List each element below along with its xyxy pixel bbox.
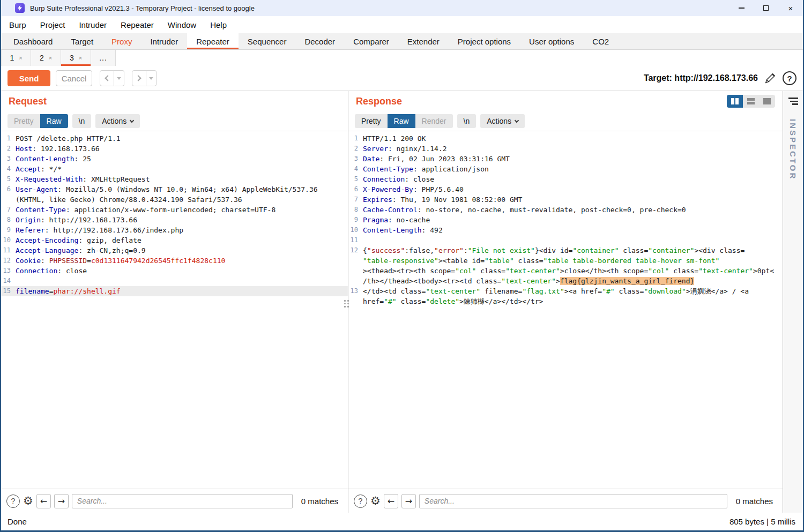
repeater-tab-2[interactable]: 2× bbox=[31, 50, 61, 66]
tab-project-options[interactable]: Project options bbox=[449, 33, 520, 49]
tab-decoder[interactable]: Decoder bbox=[295, 33, 344, 49]
code-line: 6User-Agent: Mozilla/5.0 (Windows NT 10.… bbox=[1, 184, 348, 194]
search-prev-button[interactable]: ← bbox=[36, 494, 51, 508]
status-bar: Done 805 bytes | 5 millis bbox=[1, 513, 803, 530]
line-content: Accept-Encoding: gzip, deflate bbox=[16, 235, 348, 245]
tab-comparer[interactable]: Comparer bbox=[344, 33, 398, 49]
request-newline-toggle[interactable]: \n bbox=[72, 114, 92, 128]
menu-intruder[interactable]: Intruder bbox=[72, 20, 114, 29]
repeater-tab-1[interactable]: 1× bbox=[1, 50, 31, 66]
repeater-content: Request Pretty Raw \n Actions 1POST /del… bbox=[1, 91, 803, 513]
search-settings-icon[interactable]: ⚙ bbox=[370, 496, 381, 507]
search-help-icon[interactable]: ? bbox=[6, 494, 20, 508]
prev-request-dropdown[interactable] bbox=[114, 70, 124, 86]
close-tab-icon[interactable]: × bbox=[19, 55, 22, 61]
close-button[interactable]: × bbox=[778, 0, 803, 16]
code-line: 11Accept-Language: zh-CN,zh;q=0.9 bbox=[1, 245, 348, 256]
response-render-tab[interactable]: Render bbox=[415, 114, 453, 128]
code-line: 9Referer: http://192.168.173.66/index.ph… bbox=[1, 225, 348, 235]
panel-splitter-handle[interactable] bbox=[344, 300, 349, 308]
line-number: 13 bbox=[1, 266, 16, 276]
tab-dashboard[interactable]: Dashboard bbox=[4, 33, 62, 49]
tab-sequencer[interactable]: Sequencer bbox=[239, 33, 296, 49]
repeater-tab-3[interactable]: 3× bbox=[61, 50, 91, 66]
prev-request-button[interactable] bbox=[100, 70, 124, 86]
line-content: href="#" class="delete">鍊犻櫞</a></td></tr… bbox=[363, 296, 783, 306]
maximize-button[interactable] bbox=[754, 0, 778, 16]
request-pretty-tab[interactable]: Pretty bbox=[8, 114, 40, 128]
menu-repeater[interactable]: Repeater bbox=[114, 20, 161, 29]
cancel-button[interactable]: Cancel bbox=[56, 70, 92, 86]
request-raw-tab[interactable]: Raw bbox=[40, 114, 68, 128]
response-editor[interactable]: 1HTTP/1.1 200 OK2Server: nginx/1.14.23Da… bbox=[348, 131, 783, 489]
menu-project[interactable]: Project bbox=[33, 20, 72, 29]
line-number: 13 bbox=[348, 286, 363, 296]
response-newline-toggle[interactable]: \n bbox=[457, 114, 477, 128]
line-number: 2 bbox=[1, 144, 16, 154]
code-line: 3Content-Length: 25 bbox=[1, 154, 348, 164]
request-header: Request bbox=[1, 91, 348, 111]
line-content: </td><td class="text-center" filename="f… bbox=[363, 286, 783, 296]
line-content: ><thead><tr><th scope="col" class="text-… bbox=[363, 266, 783, 276]
code-line: "table-responsive"><table id="table" cla… bbox=[348, 256, 783, 266]
menu-help[interactable]: Help bbox=[203, 20, 234, 29]
line-content: "table-responsive"><table id="table" cla… bbox=[363, 256, 783, 266]
request-editor[interactable]: 1POST /delete.php HTTP/1.12Host: 192.168… bbox=[1, 131, 348, 489]
response-search-input[interactable] bbox=[419, 494, 727, 508]
search-next-button[interactable]: → bbox=[54, 494, 69, 508]
line-content: Content-Type: application/x-www-form-url… bbox=[16, 205, 348, 215]
tab-proxy[interactable]: Proxy bbox=[102, 33, 141, 49]
tab-extender[interactable]: Extender bbox=[398, 33, 449, 49]
inspector-sidebar[interactable]: INSPECTOR bbox=[783, 91, 803, 513]
search-settings-icon[interactable]: ⚙ bbox=[23, 496, 33, 507]
code-line: /th></thead><tbody><tr><td class="text-c… bbox=[348, 276, 783, 286]
help-icon[interactable]: ? bbox=[783, 71, 796, 85]
search-next-button[interactable]: → bbox=[401, 494, 416, 508]
line-number bbox=[348, 266, 363, 276]
next-request-dropdown[interactable] bbox=[146, 70, 157, 86]
tab-repeater[interactable]: Repeater bbox=[187, 33, 239, 49]
burp-window: Burp Suite Professional v2021.3 - Tempor… bbox=[0, 0, 804, 532]
code-line: 11 bbox=[348, 235, 783, 245]
repeater-tab-label: 2 bbox=[40, 54, 44, 62]
next-request-button[interactable] bbox=[132, 70, 157, 86]
minimize-button[interactable] bbox=[729, 0, 754, 16]
line-number: 6 bbox=[348, 184, 363, 194]
close-tab-icon[interactable]: × bbox=[79, 55, 82, 61]
response-actions-button[interactable]: Actions bbox=[480, 114, 525, 128]
request-search-input[interactable] bbox=[72, 494, 293, 508]
tab-target[interactable]: Target bbox=[62, 33, 102, 49]
code-line: href="#" class="delete">鍊犻櫞</a></td></tr… bbox=[348, 296, 783, 306]
menu-burp[interactable]: Burp bbox=[2, 20, 33, 29]
close-tab-icon[interactable]: × bbox=[49, 55, 52, 61]
line-content: Origin: http://192.168.173.66 bbox=[16, 215, 348, 225]
line-content: Date: Fri, 02 Jun 2023 03:31:16 GMT bbox=[363, 154, 783, 164]
send-button[interactable]: Send bbox=[8, 70, 50, 86]
search-help-icon[interactable]: ? bbox=[354, 494, 367, 508]
edit-pencil-icon[interactable] bbox=[764, 72, 776, 84]
tab-intruder[interactable]: Intruder bbox=[141, 33, 187, 49]
code-line: 4Content-Type: application/json bbox=[348, 164, 783, 174]
lightning-icon bbox=[17, 5, 23, 11]
repeater-tab-more[interactable]: ... bbox=[91, 50, 116, 66]
tab-user-options[interactable]: User options bbox=[520, 33, 583, 49]
search-prev-button[interactable]: ← bbox=[384, 494, 398, 508]
response-pretty-tab[interactable]: Pretty bbox=[355, 114, 388, 128]
layout-rows-button[interactable] bbox=[743, 95, 759, 108]
line-number: 1 bbox=[1, 133, 16, 144]
line-number: 10 bbox=[348, 225, 363, 235]
line-content: Content-Type: application/json bbox=[363, 164, 783, 174]
line-number: 9 bbox=[1, 225, 16, 235]
window-controls: × bbox=[729, 0, 803, 16]
line-number: 10 bbox=[1, 235, 16, 245]
line-number: 7 bbox=[1, 205, 16, 215]
line-content: Expires: Thu, 19 Nov 1981 08:52:00 GMT bbox=[363, 194, 783, 205]
line-content: User-Agent: Mozilla/5.0 (Windows NT 10.0… bbox=[16, 184, 348, 194]
menu-window[interactable]: Window bbox=[161, 20, 203, 29]
request-actions-button[interactable]: Actions bbox=[95, 114, 140, 128]
response-raw-tab[interactable]: Raw bbox=[388, 114, 415, 128]
line-number: 14 bbox=[1, 276, 16, 286]
layout-single-button[interactable] bbox=[759, 95, 775, 108]
tab-co2[interactable]: CO2 bbox=[583, 33, 618, 49]
layout-columns-button[interactable] bbox=[727, 95, 743, 108]
